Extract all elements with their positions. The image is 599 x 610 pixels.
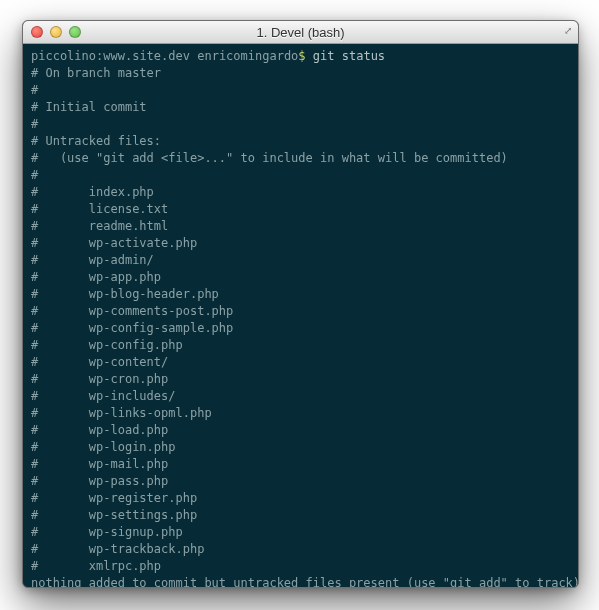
output-line: # wp-activate.php (31, 235, 570, 252)
terminal-window: 1. Devel (bash) ⤢ piccolino:www.site.dev… (22, 20, 579, 588)
zoom-icon[interactable] (69, 26, 81, 38)
command-text: git status (313, 49, 385, 63)
prompt-line: piccolino:www.site.dev enricomingardo$ g… (31, 48, 570, 65)
output-line: # wp-load.php (31, 422, 570, 439)
prompt-host: piccolino (31, 49, 96, 63)
terminal-content[interactable]: piccolino:www.site.dev enricomingardo$ g… (23, 44, 578, 588)
output-line: # wp-app.php (31, 269, 570, 286)
output-line: # readme.html (31, 218, 570, 235)
output-line: # Initial commit (31, 99, 570, 116)
minimize-icon[interactable] (50, 26, 62, 38)
output-line: # (31, 167, 570, 184)
output-line: # wp-includes/ (31, 388, 570, 405)
window-controls (31, 26, 81, 38)
output-line: nothing added to commit but untracked fi… (31, 575, 570, 588)
output-line: # Untracked files: (31, 133, 570, 150)
expand-icon[interactable]: ⤢ (564, 25, 572, 36)
close-icon[interactable] (31, 26, 43, 38)
output-line: # wp-login.php (31, 439, 570, 456)
output-line: # wp-config-sample.php (31, 320, 570, 337)
output-line: # wp-settings.php (31, 507, 570, 524)
prompt-dollar: $ (298, 49, 305, 63)
prompt-cwd: www.site.dev (103, 49, 190, 63)
titlebar[interactable]: 1. Devel (bash) ⤢ (23, 21, 578, 44)
output-line: # wp-admin/ (31, 252, 570, 269)
output-line: # (use "git add <file>..." to include in… (31, 150, 570, 167)
output-line: # license.txt (31, 201, 570, 218)
output-line: # wp-signup.php (31, 524, 570, 541)
output-line: # wp-mail.php (31, 456, 570, 473)
output-line: # wp-blog-header.php (31, 286, 570, 303)
output-line: # wp-links-opml.php (31, 405, 570, 422)
command-output: # On branch master## Initial commit## Un… (31, 65, 570, 588)
output-line: # wp-comments-post.php (31, 303, 570, 320)
window-title: 1. Devel (bash) (23, 25, 578, 40)
output-line: # wp-cron.php (31, 371, 570, 388)
output-line: # xmlrpc.php (31, 558, 570, 575)
output-line: # On branch master (31, 65, 570, 82)
output-line: # index.php (31, 184, 570, 201)
output-line: # (31, 116, 570, 133)
output-line: # (31, 82, 570, 99)
output-line: # wp-register.php (31, 490, 570, 507)
output-line: # wp-content/ (31, 354, 570, 371)
prompt-user: enricomingardo (197, 49, 298, 63)
output-line: # wp-config.php (31, 337, 570, 354)
output-line: # wp-trackback.php (31, 541, 570, 558)
output-line: # wp-pass.php (31, 473, 570, 490)
